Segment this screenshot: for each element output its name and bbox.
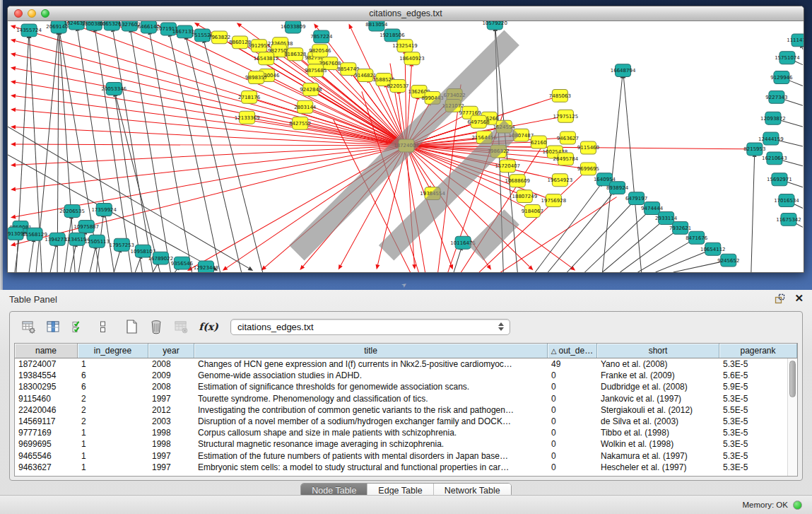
- table-cell: 5.3E-5: [719, 428, 797, 438]
- delete-button[interactable]: [148, 318, 165, 335]
- table-cell: Tourette syndrome. Phenomenology and cla…: [194, 394, 548, 404]
- table-cell: 6: [78, 370, 148, 380]
- table-panel-header: Table Panel ✕: [0, 290, 812, 309]
- table-cell: 6: [78, 382, 148, 392]
- table-cell: Dudbridge et al. (2008): [597, 382, 719, 392]
- column-header-title[interactable]: title: [194, 344, 548, 358]
- table-cell: 1997: [148, 394, 194, 404]
- table-cell: 2003: [148, 416, 194, 426]
- table-cell: 5.3E-5: [719, 451, 797, 461]
- table-cell: 14569117: [15, 416, 78, 426]
- table-cell: Structural magnetic resonance image aver…: [194, 439, 548, 449]
- clear-selection-icon: [95, 320, 110, 334]
- table-cell: 9777169: [15, 428, 78, 438]
- table-cell: Genome-wide association studies in ADHD.: [194, 370, 548, 380]
- table-cell: 0: [548, 416, 597, 426]
- table-cell: 0: [548, 428, 597, 438]
- table-cell: 1998: [148, 439, 194, 449]
- table-settings-icon: [21, 320, 36, 334]
- table-panel-title: Table Panel: [9, 294, 57, 305]
- show-column-button[interactable]: [45, 318, 61, 335]
- column-header-pagerank[interactable]: pagerank: [719, 344, 797, 358]
- table-cell: 1: [78, 359, 148, 369]
- network-window[interactable]: citations_edges.txt 14355724206914061024…: [7, 6, 804, 273]
- show-column-icon: [46, 320, 61, 334]
- network-canvas[interactable]: 1435572420691406102463701800389810653267…: [8, 21, 804, 272]
- table-row[interactable]: 977716911998Corpus callosum shape and si…: [15, 427, 797, 438]
- column-header-in_degree[interactable]: in_degree: [78, 344, 148, 358]
- select-all-button[interactable]: [69, 318, 86, 335]
- table-row[interactable]: 969969511998Structural magnetic resonanc…: [15, 438, 797, 450]
- close-panel-icon[interactable]: ✕: [794, 293, 804, 304]
- table-cell: 1: [78, 451, 148, 461]
- table-header-row[interactable]: namein_degreeyeartitle△out_de…shortpager…: [15, 344, 797, 358]
- table-row[interactable]: 946554611997Estimation of the future num…: [15, 450, 797, 462]
- table-cell: Jankovic et al. (1997): [597, 394, 719, 404]
- table-cell: Wolkin et al. (1998): [597, 439, 719, 449]
- table-cell: 0: [548, 394, 597, 404]
- column-header-out_de[interactable]: △out_de…: [548, 344, 597, 358]
- table-panel-body: f(x) citations_edges.txt namein_degreeye…: [9, 311, 803, 481]
- table-cell: 9115460: [15, 394, 78, 404]
- status-bar: Memory: OK: [0, 495, 812, 514]
- table-cell: 1998: [148, 428, 194, 438]
- clear-selection-button[interactable]: [94, 318, 111, 335]
- table-cell: 18300295: [15, 382, 78, 392]
- table-cell: 2008: [148, 382, 194, 392]
- table-row[interactable]: 911546021997Tourette syndrome. Phenomeno…: [15, 393, 797, 404]
- table-cell: de Silva et al. (2003): [597, 416, 719, 426]
- table-row[interactable]: 1872400712008Changes of HCN gene express…: [15, 358, 797, 370]
- table-cell: 9699695: [15, 439, 78, 449]
- table-cell: Changes of HCN gene expression and I(f) …: [194, 359, 548, 369]
- table-cell: 2: [78, 405, 148, 415]
- table-selector-value: citations_edges.txt: [237, 322, 314, 332]
- table-row[interactable]: 1938455462009Genome-wide association stu…: [15, 370, 797, 381]
- table-cell: 5.6E-5: [719, 370, 797, 380]
- table-cell: 1: [78, 428, 148, 438]
- table-cell: 0: [548, 451, 597, 461]
- trash-icon: [148, 319, 164, 334]
- table-row[interactable]: 2242004622012Investigating the contribut…: [15, 404, 797, 416]
- dropdown-stepper-icon: [498, 322, 504, 331]
- table-cell: Embryonic stem cells: a model to study s…: [194, 462, 548, 472]
- table-cell: Hescheler et al. (1997): [597, 462, 719, 472]
- node-table: namein_degreeyeartitle△out_de…shortpager…: [14, 343, 798, 477]
- table-row[interactable]: 1830029562008Estimation of significance …: [15, 381, 797, 392]
- table-cell: 5.3E-5: [719, 359, 797, 369]
- table-cell: 5.3E-5: [719, 462, 797, 472]
- table-cell: 0: [548, 462, 597, 472]
- column-header-short[interactable]: short: [597, 344, 719, 358]
- table-cell: Corpus callosum shape and size in male p…: [194, 428, 548, 438]
- table-cell: 19384554: [15, 370, 78, 380]
- table-scrollbar[interactable]: [787, 358, 797, 476]
- table-settings-button[interactable]: [20, 318, 37, 335]
- table-cell: 2: [78, 416, 148, 426]
- table-cell: Tibbo et al. (1998): [597, 428, 719, 438]
- table-row[interactable]: 946362711997Embryonic stem cells: a mode…: [15, 462, 797, 473]
- scrollbar-thumb[interactable]: [789, 361, 796, 397]
- function-builder-button[interactable]: f(x): [200, 318, 217, 335]
- table-panel: Table Panel ✕: [0, 290, 812, 514]
- table-cell: 1997: [148, 462, 194, 472]
- cytoscape-app: citations_edges.txt 14355724206914061024…: [0, 0, 812, 514]
- column-header-year[interactable]: year: [148, 344, 194, 358]
- column-header-name[interactable]: name: [15, 344, 78, 358]
- memory-status-label: Memory: OK: [742, 501, 788, 509]
- table-cell: Disruption of a novel member of a sodium…: [194, 416, 548, 426]
- float-panel-icon[interactable]: [775, 293, 785, 304]
- network-window-titlebar[interactable]: citations_edges.txt: [8, 6, 804, 21]
- table-cell: 2008: [148, 359, 194, 369]
- fx-icon: f(x): [199, 321, 218, 332]
- table-cell: 9465546: [15, 451, 78, 461]
- table-cell: 5.3E-5: [719, 394, 797, 404]
- table-cell: 1997: [148, 451, 194, 461]
- splitter-handle[interactable]: ➤: [400, 281, 408, 290]
- table-row[interactable]: 1456911722003Disruption of a novel membe…: [15, 416, 797, 427]
- new-table-button[interactable]: [123, 318, 140, 335]
- window-resize-grip[interactable]: [8, 21, 802, 271]
- delete-table-button[interactable]: [172, 318, 189, 335]
- table-body[interactable]: 1872400712008Changes of HCN gene express…: [15, 358, 797, 473]
- table-selector-dropdown[interactable]: citations_edges.txt: [230, 319, 510, 335]
- table-cell: 2012: [148, 405, 194, 415]
- network-window-title: citations_edges.txt: [8, 8, 804, 18]
